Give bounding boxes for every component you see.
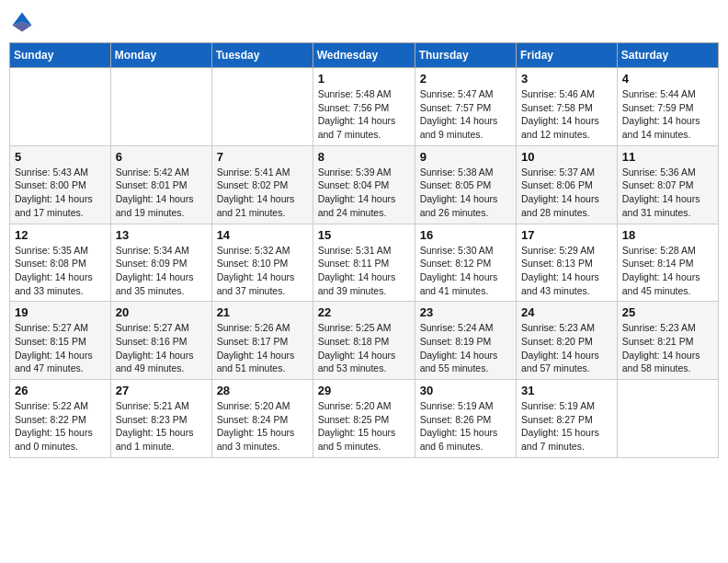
- calendar-day-cell: 19Sunrise: 5:27 AMSunset: 8:15 PMDayligh…: [10, 302, 111, 380]
- day-info: Sunrise: 5:43 AMSunset: 8:00 PMDaylight:…: [15, 166, 106, 220]
- calendar-week-row: 12Sunrise: 5:35 AMSunset: 8:08 PMDayligh…: [10, 224, 719, 302]
- day-number: 28: [217, 384, 308, 397]
- day-of-week-header: Monday: [110, 43, 211, 68]
- day-info: Sunrise: 5:48 AMSunset: 7:56 PMDaylight:…: [318, 87, 410, 142]
- day-info: Sunrise: 5:24 AMSunset: 8:19 PMDaylight:…: [420, 321, 511, 375]
- day-number: 27: [116, 384, 207, 397]
- day-info: Sunrise: 5:34 AMSunset: 8:09 PMDaylight:…: [116, 244, 207, 298]
- calendar-day-cell: 6Sunrise: 5:42 AMSunset: 8:01 PMDaylight…: [110, 145, 211, 224]
- calendar-day-cell: 27Sunrise: 5:21 AMSunset: 8:23 PMDayligh…: [110, 380, 211, 458]
- day-info: Sunrise: 5:36 AMSunset: 8:07 PMDaylight:…: [622, 166, 713, 220]
- day-info: Sunrise: 5:20 AMSunset: 8:24 PMDaylight:…: [217, 399, 308, 454]
- day-number: 4: [622, 72, 713, 86]
- day-info: Sunrise: 5:35 AMSunset: 8:08 PMDaylight:…: [15, 244, 106, 298]
- calendar-day-cell: 31Sunrise: 5:19 AMSunset: 8:27 PMDayligh…: [517, 380, 618, 458]
- calendar-day-cell: 5Sunrise: 5:43 AMSunset: 8:00 PMDaylight…: [10, 145, 111, 224]
- calendar-header-row: SundayMondayTuesdayWednesdayThursdayFrid…: [10, 43, 719, 68]
- day-info: Sunrise: 5:19 AMSunset: 8:27 PMDaylight:…: [521, 399, 612, 454]
- day-info: Sunrise: 5:47 AMSunset: 7:57 PMDaylight:…: [420, 87, 511, 142]
- day-info: Sunrise: 5:29 AMSunset: 8:13 PMDaylight:…: [521, 244, 612, 298]
- day-info: Sunrise: 5:27 AMSunset: 8:15 PMDaylight:…: [15, 321, 106, 375]
- calendar-day-cell: 21Sunrise: 5:26 AMSunset: 8:17 PMDayligh…: [211, 302, 313, 380]
- calendar-day-cell: 13Sunrise: 5:34 AMSunset: 8:09 PMDayligh…: [110, 224, 211, 302]
- day-info: Sunrise: 5:28 AMSunset: 8:14 PMDaylight:…: [622, 244, 713, 298]
- calendar-day-cell: 22Sunrise: 5:25 AMSunset: 8:18 PMDayligh…: [313, 302, 415, 380]
- day-number: 16: [420, 228, 511, 242]
- day-info: Sunrise: 5:26 AMSunset: 8:17 PMDaylight:…: [217, 321, 308, 375]
- day-info: Sunrise: 5:23 AMSunset: 8:21 PMDaylight:…: [622, 321, 713, 375]
- calendar-day-cell: 25Sunrise: 5:23 AMSunset: 8:21 PMDayligh…: [617, 302, 718, 380]
- day-number: 19: [15, 305, 106, 319]
- calendar-day-cell: 1Sunrise: 5:48 AMSunset: 7:56 PMDaylight…: [313, 68, 415, 146]
- day-number: 8: [318, 150, 410, 164]
- day-of-week-header: Friday: [517, 43, 618, 68]
- day-number: 6: [116, 150, 207, 164]
- day-number: 30: [420, 384, 511, 397]
- day-info: Sunrise: 5:27 AMSunset: 8:16 PMDaylight:…: [116, 321, 207, 375]
- day-number: 12: [15, 228, 106, 242]
- day-info: Sunrise: 5:20 AMSunset: 8:25 PMDaylight:…: [318, 399, 410, 454]
- day-number: 2: [420, 72, 511, 86]
- day-info: Sunrise: 5:21 AMSunset: 8:23 PMDaylight:…: [116, 399, 207, 454]
- day-number: 25: [622, 305, 713, 319]
- day-number: 26: [15, 384, 106, 397]
- calendar-day-cell: [211, 68, 313, 146]
- calendar-day-cell: 3Sunrise: 5:46 AMSunset: 7:58 PMDaylight…: [517, 68, 618, 146]
- calendar: SundayMondayTuesdayWednesdayThursdayFrid…: [9, 42, 719, 458]
- calendar-day-cell: 29Sunrise: 5:20 AMSunset: 8:25 PMDayligh…: [313, 380, 415, 458]
- calendar-day-cell: 7Sunrise: 5:41 AMSunset: 8:02 PMDaylight…: [211, 145, 313, 224]
- day-number: 11: [622, 150, 713, 164]
- logo: [9, 9, 39, 35]
- calendar-day-cell: 16Sunrise: 5:30 AMSunset: 8:12 PMDayligh…: [415, 224, 516, 302]
- day-info: Sunrise: 5:41 AMSunset: 8:02 PMDaylight:…: [217, 166, 308, 220]
- day-number: 29: [318, 384, 410, 397]
- calendar-day-cell: 9Sunrise: 5:38 AMSunset: 8:05 PMDaylight…: [415, 145, 516, 224]
- calendar-day-cell: 2Sunrise: 5:47 AMSunset: 7:57 PMDaylight…: [415, 68, 516, 146]
- calendar-week-row: 1Sunrise: 5:48 AMSunset: 7:56 PMDaylight…: [10, 68, 719, 146]
- day-info: Sunrise: 5:22 AMSunset: 8:22 PMDaylight:…: [15, 399, 106, 454]
- day-info: Sunrise: 5:31 AMSunset: 8:11 PMDaylight:…: [318, 244, 410, 298]
- day-of-week-header: Tuesday: [211, 43, 313, 68]
- day-number: 31: [521, 384, 612, 397]
- day-info: Sunrise: 5:30 AMSunset: 8:12 PMDaylight:…: [420, 244, 511, 298]
- day-info: Sunrise: 5:42 AMSunset: 8:01 PMDaylight:…: [116, 166, 207, 220]
- calendar-day-cell: 17Sunrise: 5:29 AMSunset: 8:13 PMDayligh…: [517, 224, 618, 302]
- day-info: Sunrise: 5:39 AMSunset: 8:04 PMDaylight:…: [318, 166, 410, 220]
- day-number: 18: [622, 228, 713, 242]
- calendar-day-cell: [10, 68, 111, 146]
- calendar-day-cell: 28Sunrise: 5:20 AMSunset: 8:24 PMDayligh…: [211, 380, 313, 458]
- calendar-day-cell: 11Sunrise: 5:36 AMSunset: 8:07 PMDayligh…: [617, 145, 718, 224]
- day-number: 17: [521, 228, 612, 242]
- day-number: 5: [15, 150, 106, 164]
- day-number: 1: [318, 72, 410, 86]
- calendar-day-cell: 8Sunrise: 5:39 AMSunset: 8:04 PMDaylight…: [313, 145, 415, 224]
- calendar-day-cell: 26Sunrise: 5:22 AMSunset: 8:22 PMDayligh…: [10, 380, 111, 458]
- day-number: 15: [318, 228, 410, 242]
- day-of-week-header: Wednesday: [313, 43, 415, 68]
- calendar-day-cell: 15Sunrise: 5:31 AMSunset: 8:11 PMDayligh…: [313, 224, 415, 302]
- calendar-day-cell: [110, 68, 211, 146]
- day-info: Sunrise: 5:19 AMSunset: 8:26 PMDaylight:…: [420, 399, 511, 454]
- calendar-day-cell: 30Sunrise: 5:19 AMSunset: 8:26 PMDayligh…: [415, 380, 516, 458]
- day-info: Sunrise: 5:32 AMSunset: 8:10 PMDaylight:…: [217, 244, 308, 298]
- day-info: Sunrise: 5:46 AMSunset: 7:58 PMDaylight:…: [521, 87, 612, 142]
- day-number: 7: [217, 150, 308, 164]
- calendar-day-cell: 14Sunrise: 5:32 AMSunset: 8:10 PMDayligh…: [211, 224, 313, 302]
- day-number: 10: [521, 150, 612, 164]
- day-info: Sunrise: 5:44 AMSunset: 7:59 PMDaylight:…: [622, 87, 713, 142]
- calendar-day-cell: 24Sunrise: 5:23 AMSunset: 8:20 PMDayligh…: [517, 302, 618, 380]
- calendar-week-row: 26Sunrise: 5:22 AMSunset: 8:22 PMDayligh…: [10, 380, 719, 458]
- day-number: 9: [420, 150, 511, 164]
- day-number: 23: [420, 305, 511, 319]
- calendar-day-cell: 18Sunrise: 5:28 AMSunset: 8:14 PMDayligh…: [617, 224, 718, 302]
- logo-icon: [9, 9, 35, 35]
- day-info: Sunrise: 5:25 AMSunset: 8:18 PMDaylight:…: [318, 321, 410, 375]
- day-info: Sunrise: 5:23 AMSunset: 8:20 PMDaylight:…: [521, 321, 612, 375]
- calendar-week-row: 5Sunrise: 5:43 AMSunset: 8:00 PMDaylight…: [10, 145, 719, 224]
- calendar-day-cell: 4Sunrise: 5:44 AMSunset: 7:59 PMDaylight…: [617, 68, 718, 146]
- day-number: 14: [217, 228, 308, 242]
- day-number: 22: [318, 305, 410, 319]
- day-number: 21: [217, 305, 308, 319]
- day-info: Sunrise: 5:37 AMSunset: 8:06 PMDaylight:…: [521, 166, 612, 220]
- calendar-day-cell: 10Sunrise: 5:37 AMSunset: 8:06 PMDayligh…: [517, 145, 618, 224]
